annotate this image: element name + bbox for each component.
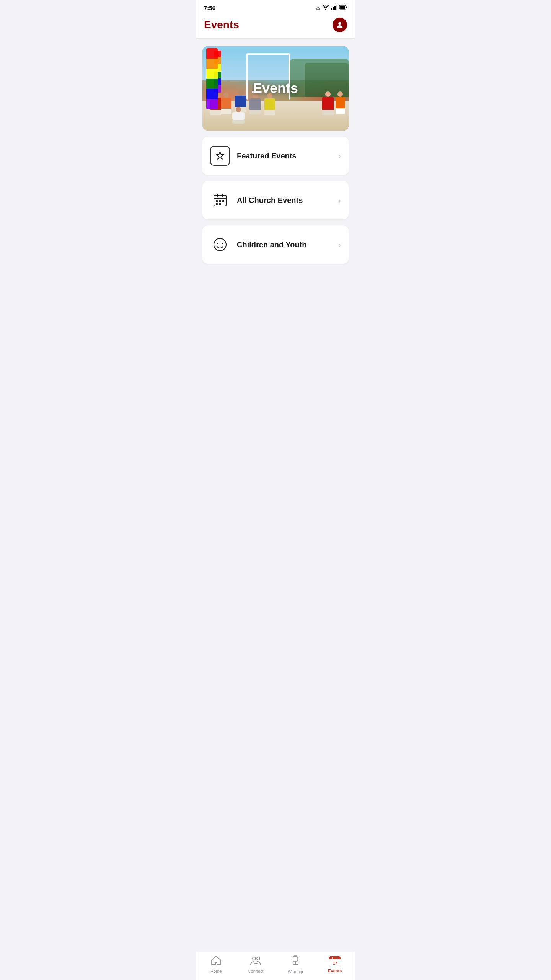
- calendar-icon: [210, 190, 230, 210]
- battery-icon: [339, 5, 347, 11]
- all-church-events-left: All Church Events: [210, 190, 303, 210]
- children-and-youth-left: Children and Youth: [210, 235, 307, 255]
- all-church-events-chevron: ›: [338, 196, 341, 205]
- svg-rect-1: [333, 7, 334, 10]
- status-icons: ⚠: [316, 5, 347, 11]
- svg-rect-16: [219, 203, 221, 205]
- svg-rect-3: [336, 5, 337, 10]
- featured-events-chevron: ›: [338, 152, 341, 160]
- svg-rect-6: [340, 6, 345, 9]
- svg-rect-12: [216, 200, 218, 202]
- wifi-icon: [323, 5, 329, 11]
- svg-point-17: [214, 238, 226, 251]
- smiley-face-icon: [210, 235, 230, 255]
- svg-point-19: [222, 243, 223, 244]
- svg-point-18: [217, 243, 218, 244]
- header: Events: [196, 14, 355, 39]
- children-and-youth-card[interactable]: Children and Youth ›: [202, 225, 349, 264]
- svg-rect-5: [346, 6, 347, 8]
- profile-avatar-button[interactable]: [333, 18, 347, 32]
- featured-events-label: Featured Events: [237, 152, 297, 160]
- alert-icon: ⚠: [316, 5, 320, 11]
- hero-text: Events: [253, 80, 298, 96]
- all-church-events-card[interactable]: All Church Events ›: [202, 181, 349, 219]
- hero-image: Events: [202, 46, 349, 131]
- main-content: Events Featured Events ›: [196, 39, 355, 302]
- status-time: 7:56: [204, 5, 215, 11]
- svg-point-7: [338, 22, 341, 25]
- svg-rect-13: [219, 200, 221, 202]
- signal-icon: [331, 5, 337, 11]
- svg-rect-14: [222, 200, 224, 202]
- svg-rect-2: [334, 6, 336, 10]
- children-and-youth-chevron: ›: [338, 240, 341, 249]
- star-icon-box: [210, 146, 230, 166]
- hero-banner: Events: [202, 46, 349, 131]
- featured-events-left: Featured Events: [210, 146, 297, 166]
- svg-rect-15: [216, 203, 218, 205]
- all-church-events-label: All Church Events: [237, 196, 303, 205]
- main-scroll-area: Events Featured Events ›: [196, 39, 355, 320]
- star-icon: [215, 150, 225, 161]
- children-and-youth-label: Children and Youth: [237, 240, 307, 249]
- featured-events-card[interactable]: Featured Events ›: [202, 137, 349, 175]
- status-bar: 7:56 ⚠: [196, 0, 355, 14]
- svg-rect-0: [331, 8, 332, 10]
- page-title: Events: [204, 19, 239, 31]
